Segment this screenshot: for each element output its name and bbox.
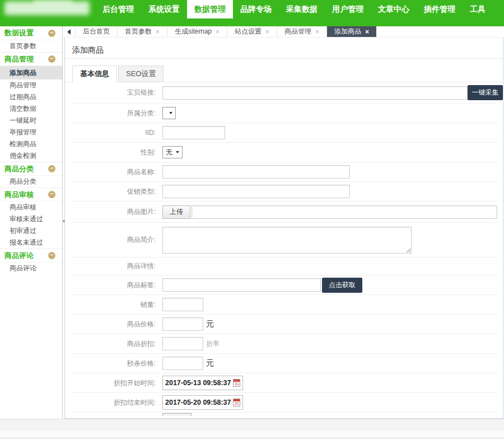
window-tab-4[interactable]: 商品管理× bbox=[277, 26, 327, 37]
nav-item-1[interactable]: 系统设置 bbox=[141, 0, 187, 18]
nav-item-0[interactable]: 后台管理 bbox=[95, 0, 141, 18]
field-label: 商品名称: bbox=[72, 167, 156, 177]
sidebar-group-0[interactable]: 数据设置− bbox=[0, 26, 62, 40]
collapse-minus-icon[interactable]: − bbox=[48, 55, 55, 63]
close-icon[interactable]: × bbox=[216, 29, 220, 35]
field-control bbox=[162, 298, 497, 311]
close-icon[interactable]: × bbox=[365, 29, 369, 35]
window-tab-label: 后台首页 bbox=[83, 27, 110, 36]
text-input[interactable] bbox=[162, 317, 203, 331]
tag-input[interactable] bbox=[162, 278, 321, 292]
nav-menu: 后台管理系统设置数据管理品牌专场采集数据用户管理文章中心插件管理工具 bbox=[95, 0, 493, 18]
sidebar-item-1-2[interactable]: 过期商品 bbox=[0, 91, 62, 103]
window-tab-2[interactable]: 生成sitemap× bbox=[167, 26, 227, 37]
form-row-text-13: 秒杀价格:元 bbox=[72, 354, 497, 373]
nav-item-3[interactable]: 品牌专场 bbox=[233, 0, 279, 18]
text-input[interactable] bbox=[162, 337, 203, 350]
field-label: 折扣结束时间: bbox=[72, 398, 156, 408]
sidebar-group-label: 数据设置 bbox=[4, 28, 34, 38]
sidebar-item-3-0[interactable]: 商品审核 bbox=[0, 202, 62, 213]
field-control: 点击获取 bbox=[162, 278, 497, 293]
form-row-text-10: 销量: bbox=[72, 295, 497, 315]
tab-scroll-left-button[interactable] bbox=[63, 26, 75, 37]
field-control bbox=[162, 413, 497, 416]
field-label: 所属分类: bbox=[72, 109, 156, 118]
field-label: 商品价格: bbox=[72, 320, 156, 329]
sidebar-item-4-0[interactable]: 商品评论 bbox=[0, 263, 62, 274]
text-input[interactable] bbox=[162, 126, 225, 139]
tab-basic-info[interactable]: 基本信息 bbox=[72, 65, 117, 83]
close-icon[interactable]: × bbox=[156, 29, 160, 35]
text-input[interactable] bbox=[162, 357, 203, 370]
field-control bbox=[162, 185, 497, 198]
select-field[interactable] bbox=[162, 107, 176, 119]
text-input[interactable] bbox=[162, 165, 350, 179]
field-label: 商品折扣: bbox=[72, 339, 156, 349]
sidebar-group-1[interactable]: 商品管理− bbox=[0, 52, 62, 66]
page-title: 添加商品 bbox=[65, 38, 503, 59]
text-input[interactable] bbox=[162, 185, 350, 198]
field-control bbox=[162, 126, 497, 139]
sidebar-item-2-0[interactable]: 商品分类 bbox=[0, 176, 62, 188]
sidebar-item-1-0[interactable]: 添加商品 bbox=[0, 66, 62, 79]
sidebar-item-1-5[interactable]: 举报管理 bbox=[0, 127, 62, 138]
tab-seo-settings[interactable]: SEO设置 bbox=[118, 65, 164, 82]
nav-item-5[interactable]: 用户管理 bbox=[325, 0, 371, 18]
sidebar-item-3-1[interactable]: 审核未通过 bbox=[0, 213, 62, 225]
field-label: IID: bbox=[72, 129, 156, 137]
date-value: 2017-05-20 09:58:37 bbox=[165, 399, 231, 406]
window-tab-1[interactable]: 首页参数× bbox=[118, 26, 167, 37]
image-path-input[interactable] bbox=[192, 205, 497, 219]
upload-button[interactable]: 上传 bbox=[162, 205, 190, 219]
unit-suffix: 元 bbox=[206, 358, 214, 368]
unit-suffix: 折率 bbox=[206, 339, 220, 349]
window-tab-label: 商品管理 bbox=[284, 27, 311, 36]
window-tab-0[interactable]: 后台首页 bbox=[75, 26, 118, 37]
sidebar-item-3-3[interactable]: 报名未通过 bbox=[0, 237, 62, 249]
fetch-tags-button[interactable]: 点击获取 bbox=[322, 278, 362, 293]
date-picker-field[interactable]: 2017-05-20 09:58:37 bbox=[162, 395, 243, 410]
top-navbar: 后台管理系统设置数据管理品牌专场采集数据用户管理文章中心插件管理工具 bbox=[0, 0, 504, 26]
close-icon[interactable]: × bbox=[265, 29, 269, 35]
calendar-icon[interactable] bbox=[233, 379, 240, 387]
nav-item-4[interactable]: 采集数据 bbox=[279, 0, 325, 18]
window-tab-5[interactable]: 添加商品× bbox=[327, 26, 376, 37]
field-control: 上传 bbox=[162, 205, 497, 219]
sidebar-item-1-3[interactable]: 清空数据 bbox=[0, 103, 62, 115]
nav-item-7[interactable]: 插件管理 bbox=[417, 0, 463, 18]
sidebar-item-0-0[interactable]: 首页参数 bbox=[0, 40, 62, 52]
nav-item-8[interactable]: 工具 bbox=[463, 0, 493, 18]
sidebar-item-1-7[interactable]: 佣金检测 bbox=[0, 150, 62, 162]
window-tab-3[interactable]: 站点设置× bbox=[227, 26, 277, 37]
text-input[interactable] bbox=[162, 298, 203, 311]
collapse-minus-icon[interactable]: − bbox=[48, 165, 55, 172]
form-row-text-11: 商品价格:元 bbox=[72, 315, 497, 334]
sidebar-group-3[interactable]: 商品审核− bbox=[0, 188, 62, 202]
sidebar-group-2[interactable]: 商品分类− bbox=[0, 162, 62, 176]
field-control bbox=[162, 107, 497, 119]
clipped-field[interactable] bbox=[162, 413, 192, 416]
calendar-icon[interactable] bbox=[233, 399, 240, 406]
sidebar-item-1-6[interactable]: 检测商品 bbox=[0, 138, 62, 150]
sidebar-group-4[interactable]: 商品评论− bbox=[0, 249, 62, 263]
intro-textarea[interactable] bbox=[162, 227, 412, 254]
nav-item-6[interactable]: 文章中心 bbox=[371, 0, 417, 18]
sidebar-item-3-2[interactable]: 初审通过 bbox=[0, 225, 62, 237]
nav-item-2[interactable]: 数据管理 bbox=[187, 0, 233, 18]
form-row-upload-6: 商品图片:上传 bbox=[72, 202, 497, 223]
collapse-minus-icon[interactable]: − bbox=[48, 252, 55, 259]
product-link-input[interactable] bbox=[162, 86, 468, 100]
sidebar-item-1-4[interactable]: 一键延时 bbox=[0, 115, 62, 127]
sidebar-item-1-1[interactable]: 商品管理 bbox=[0, 79, 62, 91]
form-row-text-5: 促销类型: bbox=[72, 182, 497, 202]
close-icon[interactable]: × bbox=[315, 29, 319, 35]
form-row-label-only-8: 商品详情: bbox=[72, 258, 497, 275]
select-field[interactable]: 无 bbox=[162, 146, 183, 158]
collect-button[interactable]: 一键采集 bbox=[468, 85, 503, 100]
collapse-minus-icon[interactable]: − bbox=[48, 30, 55, 37]
date-picker-field[interactable]: 2017-05-13 09:58:37 bbox=[162, 376, 243, 390]
logo-highlight bbox=[34, 0, 73, 4]
sidebar-group-label: 商品审核 bbox=[4, 190, 34, 200]
window-tab-label: 生成sitemap bbox=[175, 27, 212, 36]
collapse-minus-icon[interactable]: − bbox=[48, 191, 55, 198]
